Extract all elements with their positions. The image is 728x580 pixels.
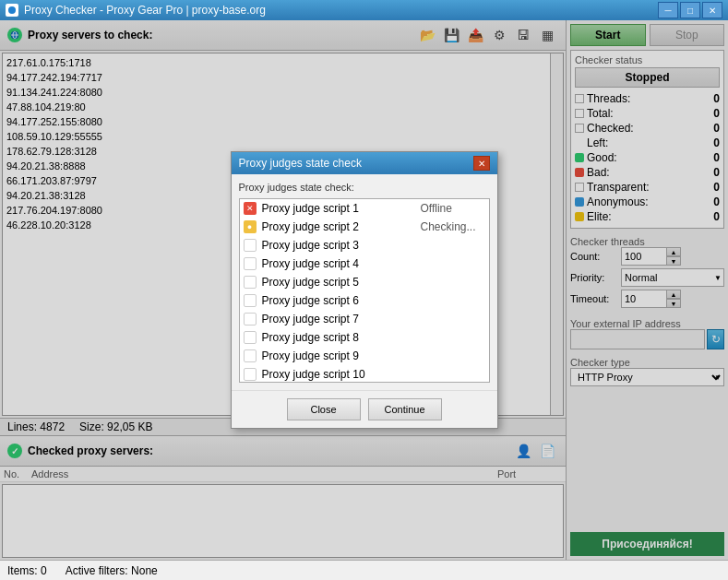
- blank-icon: [244, 276, 257, 289]
- blank-icon: [244, 368, 257, 381]
- table-row: Proxy judge script 6: [240, 291, 489, 310]
- script-name: Proxy judge script 2: [262, 220, 415, 233]
- dialog-close-button[interactable]: Close: [287, 398, 361, 420]
- modal-overlay: Proxy judges state check ✕ Proxy judges …: [0, 20, 728, 560]
- table-row: ✕Proxy judge script 1Offline: [240, 199, 489, 218]
- blank-icon: [244, 294, 257, 307]
- script-name: Proxy judge script 8: [262, 331, 415, 344]
- script-name: Proxy judge script 6: [262, 294, 415, 307]
- dialog-subtitle: Proxy judges state check:: [239, 182, 490, 193]
- script-status: Offline: [421, 202, 485, 215]
- offline-icon: ✕: [244, 202, 257, 215]
- app-icon: [6, 4, 18, 17]
- dialog: Proxy judges state check ✕ Proxy judges …: [231, 151, 498, 429]
- dialog-buttons: Close Continue: [232, 390, 497, 428]
- active-filters: Active filters: None: [66, 564, 158, 577]
- items-count: Items: 0: [7, 564, 47, 577]
- script-name: Proxy judge script 3: [262, 239, 415, 252]
- dialog-continue-button[interactable]: Continue: [368, 398, 442, 420]
- table-row: ●Proxy judge script 2Checking...: [240, 218, 489, 236]
- blank-icon: [244, 257, 257, 270]
- dialog-titlebar: Proxy judges state check ✕: [232, 152, 497, 174]
- table-row: Proxy judge script 5: [240, 273, 489, 291]
- script-name: Proxy judge script 10: [262, 368, 415, 381]
- dialog-close-x-button[interactable]: ✕: [473, 156, 490, 171]
- table-row: Proxy judge script 9: [240, 347, 489, 365]
- script-name: Proxy judge script 1: [262, 202, 415, 215]
- blank-icon: [244, 239, 257, 252]
- blank-icon: [244, 331, 257, 344]
- close-button[interactable]: ✕: [702, 2, 722, 18]
- table-row: Proxy judge script 10: [240, 365, 489, 383]
- script-name: Proxy judge script 4: [262, 257, 415, 270]
- script-name: Proxy judge script 5: [262, 276, 415, 289]
- dialog-title: Proxy judges state check: [239, 157, 362, 170]
- svg-point-0: [8, 6, 16, 14]
- window-controls: ─ □ ✕: [658, 2, 722, 18]
- table-row: Proxy judge script 4: [240, 254, 489, 273]
- script-name: Proxy judge script 7: [262, 313, 415, 326]
- dialog-content: Proxy judges state check: ✕Proxy judge s…: [232, 174, 497, 390]
- window-title: Proxy Checker - Proxy Gear Pro | proxy-b…: [24, 4, 658, 17]
- script-status: Checking...: [421, 220, 485, 233]
- minimize-button[interactable]: ─: [658, 2, 678, 18]
- table-row: Proxy judge script 8: [240, 328, 489, 347]
- statusbar: Items: 0 Active filters: None: [0, 560, 728, 580]
- blank-icon: [244, 313, 257, 326]
- blank-icon: [244, 349, 257, 362]
- maximize-button[interactable]: □: [680, 2, 700, 18]
- table-row: Proxy judge script 3: [240, 236, 489, 254]
- dialog-list: ✕Proxy judge script 1Offline●Proxy judge…: [239, 198, 490, 383]
- titlebar: Proxy Checker - Proxy Gear Pro | proxy-b…: [0, 0, 728, 20]
- checking-icon: ●: [244, 220, 257, 233]
- table-row: Proxy judge script 7: [240, 310, 489, 328]
- script-name: Proxy judge script 9: [262, 349, 415, 362]
